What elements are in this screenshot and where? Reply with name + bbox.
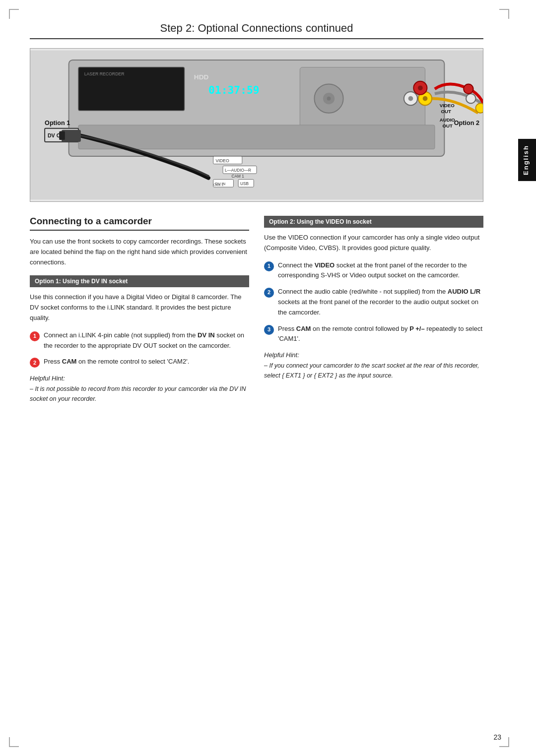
svg-point-34	[423, 96, 428, 101]
svg-text:OUT: OUT	[441, 109, 452, 114]
step-item: 2 Press CAM on the remote control to sel…	[30, 357, 249, 368]
step-content-2: Connect the audio cable (red/white - not…	[278, 287, 483, 317]
step-number-1: 1	[264, 261, 274, 271]
svg-point-38	[475, 103, 483, 113]
title-text: Step 2: Optional Connections	[160, 22, 302, 34]
option1-box: Option 1: Using the DV IN socket	[30, 275, 249, 287]
step-content-3: Press CAM on the remote control followed…	[278, 324, 483, 345]
svg-text:CAM 2: CAM 2	[213, 183, 224, 187]
step-bold: P +/–	[409, 325, 424, 332]
svg-text:LASER RECORDER: LASER RECORDER	[84, 71, 125, 76]
language-tab: English	[518, 139, 536, 181]
step-bold: CAM	[296, 325, 311, 332]
step-content-1: Connect the VIDEO socket at the front pa…	[278, 260, 483, 281]
svg-point-37	[466, 94, 475, 103]
svg-text:USB: USB	[240, 182, 249, 186]
corner-mark-bl	[9, 737, 19, 747]
section-heading: Connecting to a camcorder	[30, 216, 249, 231]
step-number-1: 1	[30, 331, 40, 341]
svg-point-32	[408, 96, 413, 101]
step-bold: VIDEO	[315, 261, 335, 269]
step-content-1: Connect an i.LINK 4-pin cable (not suppl…	[44, 330, 249, 351]
page-number: 23	[493, 733, 501, 741]
step-item: 3 Press CAM on the remote control follow…	[264, 324, 483, 345]
step-item: 1 Connect the VIDEO socket at the front …	[264, 260, 483, 281]
option1-text: Use this connection if you have a Digita…	[30, 292, 249, 323]
diagram-area: LASER RECORDER HDD 01:37:59 VIDEO L—AUDI…	[30, 48, 483, 202]
step-number-3: 3	[264, 325, 274, 335]
hint-text-right: – If you connect your camcorder to the s…	[264, 361, 483, 380]
step-item: 2 Connect the audio cable (red/white - n…	[264, 287, 483, 317]
corner-mark-tr	[499, 9, 509, 19]
svg-point-36	[418, 85, 423, 90]
svg-text:OUT: OUT	[443, 123, 453, 128]
svg-point-9	[327, 97, 331, 101]
step-number-2: 2	[264, 288, 274, 298]
hint-text-left: – It is not possible to record from this…	[30, 384, 249, 404]
svg-text:VIDEO: VIDEO	[440, 103, 455, 108]
step-bold: DV IN	[198, 331, 215, 339]
svg-text:01:37:59: 01:37:59	[208, 84, 260, 96]
hint-title-right: Helpful Hint:	[264, 351, 483, 359]
svg-text:Option 2: Option 2	[454, 120, 479, 126]
svg-rect-10	[78, 125, 435, 149]
svg-text:CAM 1: CAM 1	[232, 174, 245, 179]
step-content-2: Press CAM on the remote control to selec…	[44, 357, 249, 367]
section-intro: You can use the front sockets to copy ca…	[30, 237, 249, 267]
step-bold: AUDIO L/R	[448, 288, 480, 295]
step-bold: CAM	[62, 358, 77, 365]
svg-text:L—AUDIO—R: L—AUDIO—R	[225, 168, 251, 173]
step-item: 1 Connect an i.LINK 4-pin cable (not sup…	[30, 330, 249, 351]
right-column: Option 2: Using the VIDEO In socket Use …	[264, 216, 483, 404]
title-suffix: continued	[306, 22, 353, 34]
option1-steps: 1 Connect an i.LINK 4-pin cable (not sup…	[30, 330, 249, 368]
hint-section-left: Helpful Hint: – It is not possible to re…	[30, 375, 249, 404]
svg-text:VIDEO: VIDEO	[216, 158, 229, 163]
option2-steps: 1 Connect the VIDEO socket at the front …	[264, 260, 483, 345]
hint-title-left: Helpful Hint:	[30, 375, 249, 382]
page-title: Step 2: Optional Connections continued	[30, 20, 483, 39]
svg-text:HDD: HDD	[194, 73, 209, 81]
hint-section-right: Helpful Hint: – If you connect your camc…	[264, 351, 483, 380]
svg-text:Option 1: Option 1	[45, 120, 70, 126]
svg-text:AUDIO: AUDIO	[440, 117, 456, 123]
svg-point-39	[464, 84, 473, 94]
content-columns: Connecting to a camcorder You can use th…	[30, 216, 483, 404]
left-column: Connecting to a camcorder You can use th…	[30, 216, 249, 404]
corner-mark-tl	[9, 9, 19, 19]
step-number-2: 2	[30, 358, 40, 368]
option2-intro: Use the VIDEO connection if your camcord…	[264, 233, 483, 253]
diagram-svg: LASER RECORDER HDD 01:37:59 VIDEO L—AUDI…	[30, 49, 483, 201]
option2-box: Option 2: Using the VIDEO In socket	[264, 216, 483, 228]
svg-rect-25	[59, 131, 65, 140]
